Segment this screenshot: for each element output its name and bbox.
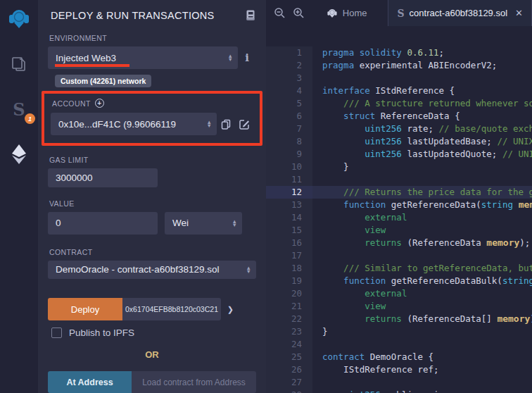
environment-label: ENVIRONMENT xyxy=(49,34,256,42)
gas-limit-input[interactable]: 3000000 xyxy=(48,168,158,187)
code-text xyxy=(312,173,532,186)
line-number: 1 xyxy=(266,46,312,59)
code-line: 7 uint256 rate; // base/quote exchange xyxy=(266,123,532,135)
deploy-run-icon[interactable] xyxy=(6,141,32,168)
code-line: 2pragma experimental ABIEncoderV2; xyxy=(266,59,532,72)
documentation-icon[interactable] xyxy=(245,9,256,21)
ethereum-icon xyxy=(10,144,28,165)
contract-select[interactable]: DemoOracle - contract-a60bf38129.sol ▲▼ xyxy=(48,261,256,280)
account-label: ACCOUNT xyxy=(52,99,91,108)
line-number: 7 xyxy=(266,123,312,135)
value-amount: 0 xyxy=(56,218,61,228)
zoom-out-icon[interactable] xyxy=(270,7,289,19)
close-tab-icon[interactable]: ✕ xyxy=(515,8,523,18)
line-number: 28 xyxy=(266,389,312,393)
zoom-in-icon[interactable] xyxy=(289,7,308,19)
code-line: 15 view xyxy=(266,224,532,237)
code-text: pragma solidity 0.6.11; xyxy=(312,46,532,59)
files-icon xyxy=(11,56,27,73)
environment-info-icon[interactable]: i xyxy=(238,51,256,64)
select-arrows-icon: ▲▼ xyxy=(228,54,233,61)
select-arrows-icon: ▲▼ xyxy=(207,120,212,127)
code-line: 3 xyxy=(266,72,532,85)
code-line: 22 returns (ReferenceData[] memory); xyxy=(266,313,532,325)
code-text: external xyxy=(312,287,532,300)
code-line: 16 returns (ReferenceData memory); xyxy=(266,237,532,249)
code-text xyxy=(312,249,532,262)
code-text: struct ReferenceData { xyxy=(312,110,532,123)
line-number: 20 xyxy=(266,287,312,300)
add-account-icon[interactable]: + xyxy=(95,99,104,108)
line-number: 3 xyxy=(266,72,312,85)
compiler-s-glyph: S xyxy=(13,99,25,120)
line-number: 12 xyxy=(266,186,312,199)
line-number: 8 xyxy=(266,135,312,148)
remix-app: S 1 DEPLOY & RUN TRANSACTIONS ENVIRONMEN… xyxy=(0,0,532,393)
line-number: 11 xyxy=(266,173,312,186)
code-line: 27 xyxy=(266,376,532,389)
remix-logo-icon[interactable] xyxy=(6,6,32,32)
tab-home-label: Home xyxy=(343,8,367,18)
code-text: returns (ReferenceData memory); xyxy=(312,237,532,249)
compiler-badge: 1 xyxy=(25,113,35,124)
code-text: } xyxy=(312,161,532,173)
at-address-button[interactable]: At Address xyxy=(48,371,132,393)
code-text: uint256 rate; // base/quote exchange xyxy=(312,123,532,135)
code-line: 25contract DemoOracle { xyxy=(266,351,532,363)
code-text: pragma experimental ABIEncoderV2; xyxy=(312,59,532,72)
code-text xyxy=(312,72,532,85)
deploy-args-input[interactable]: 0x61704EFB8b8120c03C21 xyxy=(122,298,221,320)
select-arrows-icon: ▲▼ xyxy=(246,266,251,273)
file-explorer-icon[interactable] xyxy=(6,51,32,77)
code-text: uint256 lastUpdatedBase; // UNIX epoch xyxy=(312,135,532,148)
code-text: uint256 lastUpdatedQuote; // UNIX ep xyxy=(312,148,532,161)
account-select[interactable]: 0x10e...dF41C (9.96066119 ▲▼ xyxy=(51,113,217,135)
line-number: 25 xyxy=(266,351,312,363)
panel-header: DEPLOY & RUN TRANSACTIONS xyxy=(48,0,256,23)
value-label: VALUE xyxy=(49,199,256,208)
environment-select[interactable]: Injected Web3 ▲▼ xyxy=(48,46,238,69)
code-text: IStdReference ref; xyxy=(312,363,532,376)
line-number: 24 xyxy=(266,338,312,351)
value-unit-select[interactable]: Wei ▲▼ xyxy=(165,212,242,235)
code-line: 17 xyxy=(266,249,532,262)
code-editor[interactable]: 1pragma solidity 0.6.11;2pragma experime… xyxy=(266,26,532,393)
panel-title: DEPLOY & RUN TRANSACTIONS xyxy=(51,10,215,21)
line-number: 10 xyxy=(266,161,312,173)
at-address-input[interactable]: Load contract from Address xyxy=(132,371,256,393)
code-text: uint256 public price; xyxy=(312,389,532,393)
code-text xyxy=(312,338,532,351)
code-line: 20 external xyxy=(266,287,532,300)
publish-ipfs-checkbox[interactable] xyxy=(51,328,62,338)
code-text: view xyxy=(312,300,532,313)
code-text: /// A structure returned whenever someon… xyxy=(312,97,532,110)
solidity-compiler-icon[interactable]: S 1 xyxy=(6,96,32,123)
code-text: /// Returns the price data for the given xyxy=(312,186,532,199)
copy-account-icon[interactable] xyxy=(217,119,235,130)
line-number: 16 xyxy=(266,237,312,249)
deploy-run-panel: DEPLOY & RUN TRANSACTIONS ENVIRONMENT In… xyxy=(38,0,266,393)
red-underline-annotation xyxy=(55,64,129,67)
code-line: 1pragma solidity 0.6.11; xyxy=(266,46,532,59)
line-number: 2 xyxy=(266,59,312,72)
line-number: 14 xyxy=(266,211,312,224)
tab-contract-file[interactable]: S contract-a60bf38129.sol ✕ xyxy=(388,0,532,26)
code-line: 23} xyxy=(266,325,532,338)
gas-limit-label: GAS LIMIT xyxy=(49,156,256,164)
line-number: 15 xyxy=(266,224,312,237)
tab-file-label: contract-a60bf38129.sol xyxy=(410,8,507,18)
tab-home[interactable]: Home xyxy=(318,0,376,26)
tab-bar: Home S contract-a60bf38129.sol ✕ xyxy=(266,0,532,26)
publish-ipfs-label: Publish to IPFS xyxy=(69,328,134,338)
code-text xyxy=(312,376,532,389)
or-divider: OR xyxy=(48,349,256,360)
code-text: } xyxy=(312,325,532,338)
code-line: 21 view xyxy=(266,300,532,313)
code-text: interface IStdReference { xyxy=(312,85,532,97)
chevron-down-icon[interactable]: ❭ xyxy=(227,305,234,313)
edit-account-icon[interactable] xyxy=(235,119,253,130)
code-line: 28 uint256 public price; xyxy=(266,389,532,393)
account-red-box-annotation: ACCOUNT + 0x10e...dF41C (9.96066119 ▲▼ xyxy=(42,91,262,146)
value-input[interactable]: 0 xyxy=(48,212,158,235)
deploy-button[interactable]: Deploy xyxy=(48,298,122,320)
